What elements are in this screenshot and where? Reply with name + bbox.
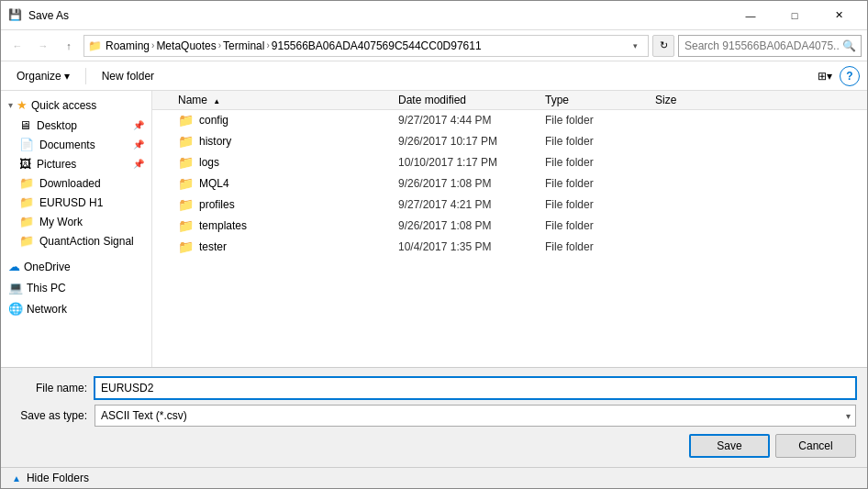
sidebar-item-quantaction-label: QuantAction Signal	[39, 235, 134, 248]
search-wrapper: 🔍	[678, 35, 862, 57]
sidebar-item-eurusd-label: EURUSD H1	[39, 196, 103, 209]
sidebar-item-downloaded-label: Downloaded	[39, 177, 101, 190]
file-name: MQL4	[199, 177, 229, 190]
file-row-name: 📁 MQL4	[160, 176, 398, 191]
onedrive-label: OneDrive	[24, 261, 71, 273]
breadcrumb-bar[interactable]: 📁 Roaming › MetaQuotes › Terminal › 9155…	[83, 35, 649, 57]
file-row-type: File folder	[545, 177, 655, 190]
savetype-label: Save as type:	[12, 409, 95, 422]
organize-label: Organize	[17, 70, 61, 83]
help-button[interactable]: ?	[840, 66, 860, 86]
table-row[interactable]: 📁 logs 10/10/2017 1:17 PM File folder	[152, 152, 867, 173]
hide-folders-label: Hide Folders	[27, 472, 89, 484]
sidebar-item-documents-label: Documents	[39, 139, 95, 151]
view-button[interactable]: ⊞▾	[814, 66, 836, 86]
sidebar-item-desktop[interactable]: 🖥 Desktop 📌	[1, 116, 151, 135]
sidebar-item-downloaded[interactable]: 📁 Downloaded	[1, 173, 151, 193]
sidebar-item-quantaction[interactable]: 📁 QuantAction Signal	[1, 231, 151, 250]
network-label: Network	[27, 303, 67, 316]
network-header[interactable]: 🌐 Network	[1, 298, 151, 319]
file-name: templates	[199, 219, 247, 232]
save-as-dialog: 💾 Save As — □ ✕ ← → ↑ 📁 Roaming › MetaQu…	[0, 0, 868, 489]
table-row[interactable]: 📁 MQL4 9/26/2017 1:08 PM File folder	[152, 173, 867, 194]
close-button[interactable]: ✕	[818, 6, 860, 25]
quick-access-header[interactable]: ▾ ★ Quick access	[1, 94, 151, 116]
save-button[interactable]: Save	[689, 434, 770, 458]
col-type-header[interactable]: Type	[545, 94, 655, 106]
search-input[interactable]	[678, 35, 862, 57]
file-row-type: File folder	[545, 156, 655, 169]
sidebar-item-documents[interactable]: 📄 Documents 📌	[1, 135, 151, 154]
minimize-button[interactable]: —	[729, 6, 772, 25]
mywork-folder-icon: 📁	[19, 215, 34, 228]
bottom-area: File name: Save as type: ASCII Text (*.c…	[1, 367, 867, 467]
forward-button[interactable]: →	[32, 35, 54, 57]
file-name: tester	[199, 240, 227, 253]
file-list: Name ▲ Date modified Type Size 📁 config …	[152, 91, 867, 367]
new-folder-button[interactable]: New folder	[94, 66, 162, 86]
file-list-header: Name ▲ Date modified Type Size	[152, 91, 867, 110]
breadcrumb-guid[interactable]: 915566BA06ADA407569C544CC0D97611	[272, 39, 482, 52]
maximize-button[interactable]: □	[773, 6, 816, 25]
filename-label: File name:	[12, 382, 95, 395]
sidebar-item-pictures[interactable]: 🖼 Pictures 📌	[1, 154, 151, 173]
filename-input[interactable]	[95, 377, 856, 399]
breadcrumb-terminal[interactable]: Terminal	[223, 39, 264, 52]
file-name: profiles	[199, 198, 235, 211]
breadcrumb-metaquotes[interactable]: MetaQuotes	[156, 39, 216, 52]
quick-access-label: Quick access	[31, 99, 96, 112]
breadcrumb-text: Roaming › MetaQuotes › Terminal › 915566…	[106, 39, 482, 52]
col-name-header[interactable]: Name ▲	[160, 94, 398, 106]
organize-button[interactable]: Organize ▾	[8, 66, 78, 86]
desktop-pin-icon: 📌	[133, 120, 144, 130]
onedrive-header[interactable]: ☁ OneDrive	[1, 256, 151, 277]
quick-access-star-icon: ★	[17, 98, 28, 112]
network-icon: 🌐	[8, 302, 23, 316]
file-row-date: 9/27/2017 4:44 PM	[398, 114, 545, 127]
organize-arrow: ▾	[64, 70, 70, 83]
col-size-header[interactable]: Size	[655, 94, 729, 106]
table-row[interactable]: 📁 templates 9/26/2017 1:08 PM File folde…	[152, 216, 867, 237]
sidebar-item-desktop-label: Desktop	[37, 119, 77, 132]
toolbar: Organize ▾ New folder ⊞▾ ?	[1, 61, 867, 91]
refresh-button[interactable]: ↻	[652, 35, 674, 57]
file-row-name: 📁 history	[160, 134, 398, 149]
file-row-date: 9/27/2017 4:21 PM	[398, 198, 545, 211]
breadcrumb-sep1: ›	[151, 40, 154, 50]
breadcrumb-folder-icon: 📁	[88, 39, 102, 52]
file-name: config	[199, 114, 228, 127]
address-bar: ← → ↑ 📁 Roaming › MetaQuotes › Terminal …	[1, 30, 867, 61]
file-name: logs	[199, 156, 219, 169]
file-row-type: File folder	[545, 135, 655, 148]
hide-folders-bar[interactable]: ▲ Hide Folders	[1, 467, 867, 488]
file-row-date: 10/10/2017 1:17 PM	[398, 156, 545, 169]
file-row-type: File folder	[545, 198, 655, 211]
savetype-select[interactable]: ASCII Text (*.csv)	[95, 405, 856, 427]
sidebar-item-mywork[interactable]: 📁 My Work	[1, 212, 151, 231]
file-row-name: 📁 config	[160, 113, 398, 128]
folder-icon: 📁	[178, 134, 194, 149]
cancel-button[interactable]: Cancel	[775, 434, 856, 458]
file-row-name: 📁 templates	[160, 218, 398, 233]
sidebar-item-eurusd[interactable]: 📁 EURUSD H1	[1, 193, 151, 212]
file-row-name: 📁 logs	[160, 155, 398, 170]
table-row[interactable]: 📁 history 9/26/2017 10:17 PM File folder	[152, 131, 867, 152]
file-row-name: 📁 tester	[160, 239, 398, 254]
folder-icon: 📁	[178, 113, 194, 128]
desktop-icon: 🖥	[19, 118, 31, 132]
file-row-type: File folder	[545, 219, 655, 232]
table-row[interactable]: 📁 tester 10/4/2017 1:35 PM File folder	[152, 237, 867, 258]
up-button[interactable]: ↑	[58, 35, 80, 57]
thispc-header[interactable]: 💻 This PC	[1, 277, 151, 298]
breadcrumb-dropdown-button[interactable]: ▾	[626, 36, 644, 56]
sidebar-item-mywork-label: My Work	[39, 216, 83, 228]
table-row[interactable]: 📁 config 9/27/2017 4:44 PM File folder	[152, 110, 867, 131]
table-row[interactable]: 📁 profiles 9/27/2017 4:21 PM File folder	[152, 194, 867, 216]
breadcrumb-roaming[interactable]: Roaming	[106, 39, 150, 52]
new-folder-label: New folder	[102, 70, 154, 83]
pictures-pin-icon: 📌	[133, 159, 144, 169]
back-button[interactable]: ←	[6, 35, 28, 57]
documents-pin-icon: 📌	[133, 139, 144, 150]
sort-arrow: ▲	[213, 97, 220, 106]
col-date-header[interactable]: Date modified	[398, 94, 545, 106]
